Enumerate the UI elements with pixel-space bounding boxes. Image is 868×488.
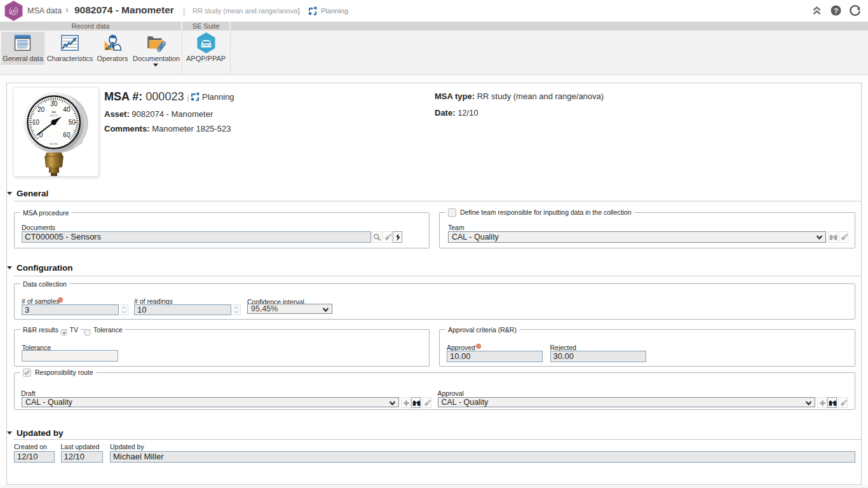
svg-text:20: 20 [37,106,45,113]
svg-text:40: 40 [63,106,71,113]
svg-text:NL RVS: NL RVS [50,143,58,146]
svg-text:?: ? [834,7,838,15]
svg-text:50: 50 [69,119,76,126]
svg-text:bar: bar [51,111,56,114]
svg-text:30: 30 [50,100,58,107]
svg-text:60: 60 [63,132,71,139]
svg-text:class 1.0: class 1.0 [50,114,58,117]
svg-text:10: 10 [32,119,40,126]
